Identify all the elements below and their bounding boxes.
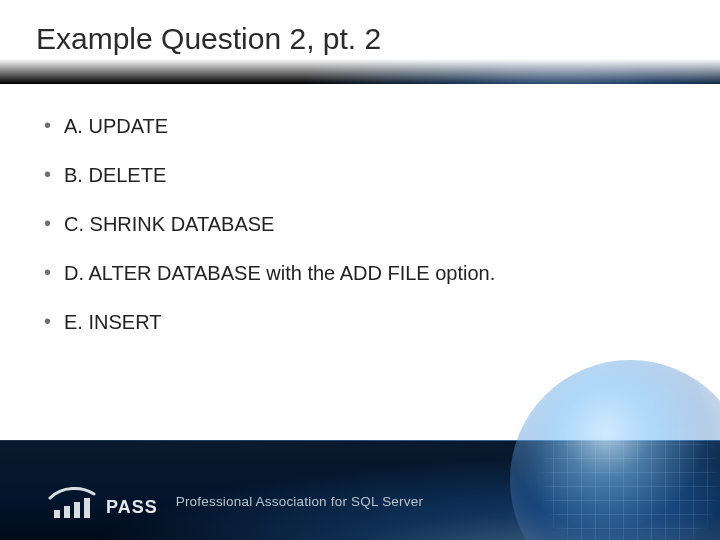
pass-logo-text: PASS [106, 497, 158, 518]
footer: PASS Professional Association for SQL Se… [0, 440, 720, 540]
pass-logo-mark [48, 484, 96, 518]
option-item: C. SHRINK DATABASE [40, 213, 660, 236]
option-item: D. ALTER DATABASE with the ADD FILE opti… [40, 262, 660, 285]
options-list: A. UPDATE B. DELETE C. SHRINK DATABASE D… [40, 115, 660, 334]
option-item: E. INSERT [40, 311, 660, 334]
bars-icon [54, 498, 90, 518]
pass-logo: PASS [48, 484, 158, 518]
option-item: A. UPDATE [40, 115, 660, 138]
footer-content: PASS Professional Association for SQL Se… [48, 484, 423, 518]
footer-tagline: Professional Association for SQL Server [176, 494, 423, 509]
slide: Example Question 2, pt. 2 A. UPDATE B. D… [0, 0, 720, 540]
option-item: B. DELETE [40, 164, 660, 187]
slide-title: Example Question 2, pt. 2 [36, 22, 381, 56]
content-area: A. UPDATE B. DELETE C. SHRINK DATABASE D… [40, 115, 660, 360]
